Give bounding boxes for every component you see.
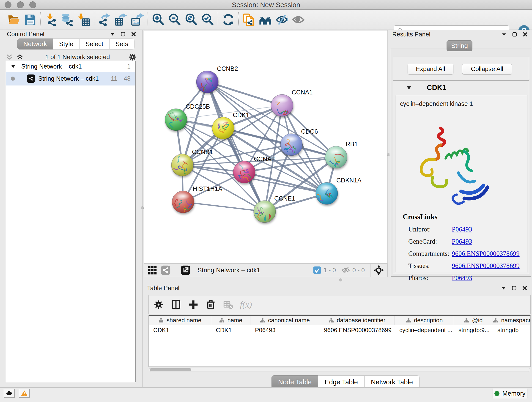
network-selection-status: 1 of 1 Network selected (27, 54, 128, 61)
float-panel-icon[interactable] (512, 32, 517, 37)
tab-style[interactable]: Style (53, 38, 80, 50)
tab-sets[interactable]: Sets (109, 38, 134, 50)
network-node-ccnb2[interactable] (196, 71, 218, 93)
float-panel-icon[interactable] (120, 32, 126, 37)
network-badge-icon (161, 265, 171, 275)
hide-selected-button[interactable] (273, 12, 290, 28)
import-network-from-file-button[interactable] (43, 12, 59, 28)
export-network-button[interactable] (96, 12, 113, 28)
function-builder-button[interactable]: f(x) (240, 300, 252, 310)
close-panel-icon[interactable] (131, 32, 136, 37)
warning-status-button[interactable] (19, 389, 30, 398)
network-node-cdc25b[interactable] (165, 109, 187, 131)
cloud-status-button[interactable] (4, 389, 15, 398)
table-row[interactable]: CDK1CDK1P064939606.ENSP00000378699cyclin… (149, 325, 530, 335)
open-in-new-window-icon[interactable] (181, 265, 191, 275)
import-network-from-database-button[interactable] (59, 12, 76, 28)
open-file-button[interactable] (6, 12, 22, 28)
gene-entry-header[interactable]: CDK1 (393, 81, 529, 95)
collapse-all-button[interactable]: Collapse All (462, 64, 512, 75)
collapse-triangle-icon[interactable] (11, 65, 16, 68)
table-options-button[interactable] (151, 297, 166, 312)
save-session-button[interactable] (22, 12, 38, 28)
export-table-button[interactable] (113, 12, 129, 28)
minimize-window-button[interactable] (17, 1, 24, 8)
apply-layout-button[interactable] (220, 12, 236, 28)
column-header-namespace[interactable]: namespace (493, 316, 531, 325)
crosslink-link[interactable]: P06493 (452, 238, 472, 245)
panel-menu-icon[interactable] (110, 32, 115, 37)
export-image-button[interactable] (129, 12, 146, 28)
network-node-count: 11 (105, 75, 117, 82)
memory-button[interactable]: Memory (493, 389, 527, 398)
network-collection-row[interactable]: String Network – cdk1 1 (6, 61, 135, 72)
panel-menu-icon[interactable] (501, 32, 507, 37)
network-node-ccne1[interactable] (254, 201, 276, 223)
column-header-description[interactable]: description (395, 316, 454, 325)
crosslink-link[interactable]: 9606.ENSP00000378699 (452, 262, 520, 269)
tab-network-table[interactable]: Network Table (365, 375, 419, 389)
collapse-all-icon[interactable] (6, 54, 13, 61)
zoom-out-button[interactable] (166, 12, 183, 28)
expand-all-button[interactable]: Expand All (408, 64, 453, 75)
column-header-shared-name[interactable]: shared name (149, 316, 211, 325)
network-node-cdc6[interactable] (280, 134, 302, 156)
close-window-button[interactable] (5, 1, 12, 8)
network-node-cdkn1a[interactable] (316, 182, 338, 204)
tab-string[interactable]: String (447, 40, 472, 51)
crosslink-link[interactable]: P06493 (452, 274, 472, 282)
import-table-from-file-button[interactable] (76, 12, 92, 28)
delete-table-button[interactable] (221, 297, 236, 312)
column-header-database-identifier[interactable]: database identifier (319, 316, 395, 325)
expand-all-icon[interactable] (16, 54, 24, 61)
network-canvas[interactable]: CCNB2CCNA1CDC25BCDK1CDC6RB1CCNB1CCNA2CDK… (144, 30, 388, 264)
collapse-triangle-icon[interactable] (406, 86, 412, 90)
network-node-cdk1[interactable] (212, 117, 234, 139)
close-panel-icon[interactable] (522, 32, 528, 37)
panel-menu-icon[interactable] (501, 285, 506, 291)
close-panel-icon[interactable] (522, 285, 527, 291)
network-node-ccnb1[interactable] (171, 154, 193, 176)
zoom-selected-icon (201, 13, 214, 26)
maximize-window-button[interactable] (29, 1, 36, 8)
tab-edge-table[interactable]: Edge Table (318, 375, 365, 389)
network-node-rb1[interactable] (325, 146, 347, 169)
table-horizontal-scrollbar[interactable] (149, 368, 530, 372)
crosslink-link[interactable]: P06493 (452, 225, 472, 233)
show-columns-button[interactable] (168, 297, 184, 312)
network-row-selected[interactable]: String Network – cdk1 11 48 (6, 72, 135, 85)
table-tabs: Node TableEdge TableNetwork Table (272, 375, 419, 389)
string-home-button[interactable] (257, 12, 273, 28)
create-column-button[interactable] (186, 297, 201, 312)
column-header--id[interactable]: @id (454, 316, 493, 325)
network-options-gear-icon[interactable] (128, 53, 137, 61)
tab-network[interactable]: Network (17, 38, 53, 50)
edge-HIST1H1A-CCNE1[interactable] (183, 202, 265, 211)
hidden-eye-slash-icon[interactable] (341, 266, 350, 274)
birdseye-grid-icon[interactable] (147, 265, 157, 275)
network-node-hist1h1a[interactable] (172, 191, 194, 215)
pan-crosshair-icon[interactable] (374, 265, 384, 275)
crosslink-link[interactable]: 9606.ENSP00000378699 (452, 250, 520, 257)
zoom-fit-button[interactable] (183, 12, 199, 28)
edge-CCNB2-CCNA1[interactable] (207, 82, 282, 105)
zoom-in-button[interactable] (150, 12, 166, 28)
show-all-button[interactable] (290, 12, 307, 28)
clone-network-button[interactable] (241, 12, 257, 28)
left-splitter-handle[interactable] (141, 206, 144, 209)
scrollbar-thumb[interactable] (150, 368, 191, 371)
column-header-canonical-name[interactable]: canonical name (250, 316, 319, 325)
tab-node-table[interactable]: Node Table (272, 375, 318, 389)
table-cell: stringdb (493, 325, 531, 335)
tab-select[interactable]: Select (80, 38, 109, 50)
float-panel-icon[interactable] (511, 285, 517, 291)
network-node-ccna2[interactable] (233, 161, 255, 183)
selected-checkbox-icon[interactable] (313, 266, 321, 274)
network-node-ccna1[interactable] (271, 95, 293, 119)
bottom-splitter-handle[interactable] (339, 279, 342, 281)
delete-column-button[interactable] (203, 297, 218, 312)
crosslinks-title: CrossLinks (403, 213, 437, 221)
column-header-name[interactable]: name (211, 316, 250, 325)
crosslink-row: Uniprot:P06493 (408, 223, 524, 235)
zoom-selected-button[interactable] (199, 12, 216, 28)
